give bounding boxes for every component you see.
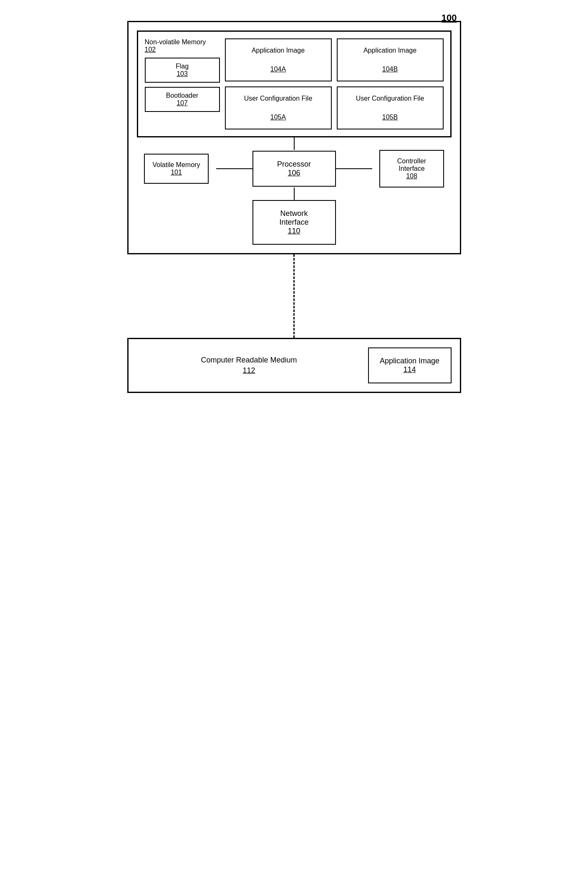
bootloader-box: Bootloader 107 <box>145 87 220 112</box>
dashed-line <box>293 254 295 338</box>
flag-box: Flag 103 <box>145 58 220 83</box>
app-image-a-box: Application Image 104A <box>225 38 332 81</box>
processor-label: Processor <box>277 160 311 168</box>
controller-box: Controller Interface 108 <box>379 150 444 188</box>
flag-id: 103 <box>177 70 188 77</box>
computer-medium-id: 112 <box>242 366 255 375</box>
controller-id: 108 <box>406 172 417 180</box>
user-config-b-box: User Configuration File 105B <box>337 86 444 129</box>
app-image-bottom-box: Application Image 114 <box>368 347 452 383</box>
bootloader-id: 107 <box>177 99 188 106</box>
nvm-id: 102 <box>145 46 156 53</box>
bottom-box: Computer Readable Medium 112 Application… <box>127 338 461 393</box>
volatile-area: Volatile Memory 101 <box>137 154 216 184</box>
network-id: 110 <box>288 227 300 235</box>
network-label: Network Interface <box>279 209 308 226</box>
user-config-a-label: User Configuration File <box>244 94 313 103</box>
h-line-left <box>216 168 252 169</box>
controller-label: Controller Interface <box>397 157 426 172</box>
user-config-a-box: User Configuration File 105A <box>225 86 332 129</box>
processor-id: 106 <box>288 169 300 177</box>
user-config-a-id: 105A <box>270 113 286 122</box>
controller-area: Controller Interface 108 <box>372 150 452 188</box>
app-image-a-id: 104A <box>270 65 286 74</box>
bootloader-label: Bootloader <box>166 92 198 99</box>
network-box: Network Interface 110 <box>252 200 336 245</box>
app-image-bottom-label: Application Image <box>380 357 439 365</box>
user-config-b-label: User Configuration File <box>356 94 424 103</box>
h-line-right <box>336 168 372 169</box>
outer-box: Non-volatile Memory 102 Flag 103 Bootloa… <box>127 21 461 254</box>
v-line-1 <box>294 137 295 150</box>
proc-to-net-connector <box>137 188 452 200</box>
middle-row: Volatile Memory 101 Processor 106 Contro… <box>137 150 452 188</box>
app-image-b-id: 104B <box>382 65 398 74</box>
nvm-to-proc-connector <box>137 137 452 150</box>
nvm-right: Application Image 104A Application Image… <box>225 38 444 129</box>
volatile-box: Volatile Memory 101 <box>144 154 209 184</box>
nvm-box: Non-volatile Memory 102 Flag 103 Bootloa… <box>137 30 452 137</box>
volatile-id: 101 <box>171 169 182 176</box>
network-section: Network Interface 110 <box>137 200 452 245</box>
processor-box: Processor 106 <box>252 151 336 187</box>
computer-medium-label: Computer Readable Medium <box>201 356 297 364</box>
v-line-2 <box>294 188 295 200</box>
app-image-bottom-id: 114 <box>403 365 416 374</box>
nvm-left: Non-volatile Memory 102 Flag 103 Bootloa… <box>145 38 220 129</box>
flag-label: Flag <box>176 63 189 70</box>
app-image-b-label: Application Image <box>363 46 416 55</box>
computer-medium-area: Computer Readable Medium 112 <box>137 355 361 376</box>
volatile-label: Volatile Memory <box>153 161 200 168</box>
nvm-label: Non-volatile Memory <box>145 38 206 46</box>
nvm-title: Non-volatile Memory 102 <box>145 38 220 53</box>
app-image-a-label: Application Image <box>252 46 305 55</box>
app-image-b-box: Application Image 104B <box>337 38 444 81</box>
page: 100 Non-volatile Memory 102 Flag 103 Boo… <box>111 8 478 410</box>
dashed-connector-area <box>127 254 461 338</box>
user-config-b-id: 105B <box>382 113 398 122</box>
